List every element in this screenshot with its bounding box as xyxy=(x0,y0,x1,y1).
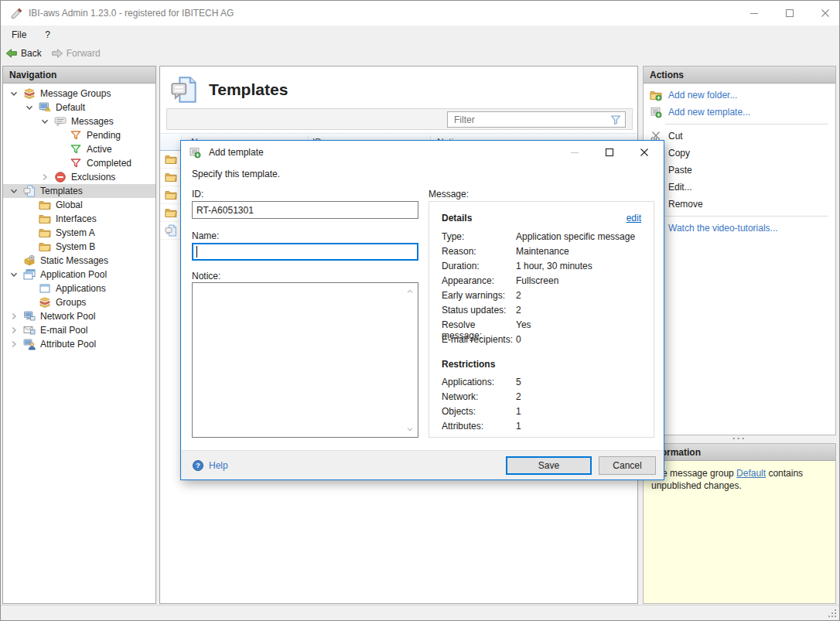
tree-item[interactable]: System A xyxy=(3,226,155,240)
chevron-down-icon[interactable] xyxy=(23,101,39,114)
filter-input[interactable] xyxy=(448,114,610,125)
add-template-icon xyxy=(189,146,201,159)
folder-icon xyxy=(165,153,177,165)
tree-item[interactable]: E-mail Pool xyxy=(3,323,155,337)
id-field[interactable] xyxy=(192,201,418,219)
detail-label: Resolve message: xyxy=(442,319,516,334)
scroll-down-icon[interactable] xyxy=(405,424,415,435)
tree-item-label: Exclusions xyxy=(71,172,115,183)
chevron-right-icon[interactable] xyxy=(8,338,23,350)
forward-label: Forward xyxy=(67,48,101,59)
notice-field[interactable] xyxy=(192,282,418,438)
tree-item[interactable]: Static Messages xyxy=(3,254,155,268)
tree-item[interactable]: Default xyxy=(3,101,155,114)
tree-item[interactable]: Groups xyxy=(3,295,155,309)
tree-item-label: Application Pool xyxy=(40,269,107,280)
back-label: Back xyxy=(21,48,42,59)
folder-icon xyxy=(39,241,54,253)
restriction-value: 2 xyxy=(516,391,521,406)
page-header: Templates xyxy=(170,76,288,104)
tree-item[interactable]: Message Groups xyxy=(3,87,155,101)
tree-item[interactable]: Active xyxy=(3,142,155,156)
chevron-right-icon[interactable] xyxy=(39,171,54,183)
id-label: ID: xyxy=(192,189,203,200)
tree-item[interactable]: Interfaces xyxy=(3,212,155,226)
tree-item[interactable]: Completed xyxy=(3,156,155,170)
chevron-down-icon[interactable] xyxy=(8,87,23,100)
action-item[interactable]: Paste xyxy=(644,162,835,179)
restriction-label: Attributes: xyxy=(442,421,516,435)
detail-label: Type: xyxy=(442,231,516,246)
action-item[interactable]: Add new folder... xyxy=(644,87,835,104)
filter-funnel-icon[interactable] xyxy=(610,114,622,126)
tree-item[interactable]: Exclusions xyxy=(3,170,155,184)
dialog-window-controls xyxy=(569,146,650,159)
tree-item[interactable]: Templates xyxy=(3,184,155,198)
action-item[interactable]: Watch the video-tutorials... xyxy=(644,220,835,237)
attribute-pool-icon xyxy=(23,338,39,350)
messages-icon xyxy=(54,115,70,128)
action-item[interactable]: Add new template... xyxy=(644,104,835,121)
information-header: Information xyxy=(644,444,835,461)
tree-item[interactable]: System B xyxy=(3,240,155,254)
action-label: Cut xyxy=(668,131,683,142)
tree-item-label: Message Groups xyxy=(40,88,111,99)
template-icon xyxy=(165,224,177,237)
chevron-right-icon[interactable] xyxy=(8,324,23,336)
action-item[interactable]: Cut xyxy=(644,128,835,145)
back-button[interactable]: Back xyxy=(1,46,46,61)
detail-row: Appearance: Fullscreen xyxy=(442,275,641,290)
tree-item[interactable]: Application Pool xyxy=(3,268,155,281)
filter-box xyxy=(447,111,626,128)
restriction-row: Network: 2 xyxy=(442,391,641,406)
scroll-up-icon[interactable] xyxy=(405,286,415,297)
maximize-icon[interactable] xyxy=(784,7,796,19)
restriction-label: Network: xyxy=(442,391,516,406)
tree-item[interactable]: Network Pool xyxy=(3,309,155,323)
resize-grip[interactable] xyxy=(828,609,838,619)
minimize-icon[interactable] xyxy=(748,7,760,19)
edit-link[interactable]: edit xyxy=(627,213,641,223)
default-group-link[interactable]: Default xyxy=(736,468,766,479)
tree-item-label: Default xyxy=(56,102,85,113)
tree-item[interactable]: Messages xyxy=(3,114,155,128)
detail-label: Appearance: xyxy=(442,275,516,290)
detail-value: 2 xyxy=(516,305,521,319)
panel-splitter-handle[interactable]: ··· xyxy=(643,435,836,443)
tree-item-label: Completed xyxy=(87,158,131,169)
dialog-close-icon[interactable] xyxy=(638,146,650,159)
chevron-down-icon[interactable] xyxy=(8,268,23,281)
actions-header: Actions xyxy=(644,67,835,84)
detail-row: Status updates: 2 xyxy=(442,305,641,319)
folder-icon xyxy=(165,206,177,219)
close-icon[interactable] xyxy=(819,7,831,19)
title-bar: IBI-aws Admin 1.23.0 - registered for IB… xyxy=(1,1,839,26)
detail-value: Maintenance xyxy=(516,246,569,261)
action-item[interactable]: Edit... xyxy=(644,179,835,196)
tree-item[interactable]: Attribute Pool xyxy=(3,337,155,351)
chevron-down-icon[interactable] xyxy=(8,185,23,197)
tree-item-label: Interfaces xyxy=(56,213,97,224)
tree-item[interactable]: Global xyxy=(3,198,155,212)
action-item[interactable]: Copy xyxy=(644,145,835,162)
folder-icon xyxy=(39,199,54,211)
tree-item[interactable]: Pending xyxy=(3,128,155,142)
menu-help[interactable]: ? xyxy=(37,27,58,43)
cancel-button[interactable]: Cancel xyxy=(599,456,656,475)
chevron-down-icon[interactable] xyxy=(39,115,54,128)
help-link[interactable]: ? Help xyxy=(192,459,228,472)
tree-item-label: System A xyxy=(56,227,95,238)
menu-file[interactable]: File xyxy=(4,27,34,43)
detail-label: Duration: xyxy=(442,261,516,275)
save-button[interactable]: Save xyxy=(506,456,592,475)
tree-item-label: Static Messages xyxy=(40,255,108,266)
tree-item-label: Network Pool xyxy=(40,311,95,322)
dialog-maximize-icon[interactable] xyxy=(603,146,616,159)
chevron-right-icon[interactable] xyxy=(8,310,23,322)
text-caret xyxy=(196,246,197,258)
action-item[interactable]: Remove xyxy=(644,196,835,213)
forward-button[interactable]: Forward xyxy=(46,46,105,61)
tree-item[interactable]: Applications xyxy=(3,281,155,295)
dialog-minimize-icon[interactable] xyxy=(569,146,581,159)
name-field[interactable] xyxy=(192,243,418,261)
